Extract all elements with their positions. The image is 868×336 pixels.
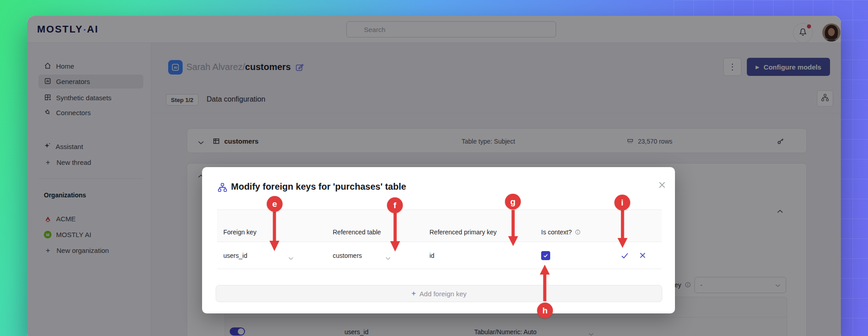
add-foreign-key-label: Add foreign key — [420, 290, 467, 298]
foreign-keys-modal: Modify foreign keys for 'purchases' tabl… — [202, 167, 675, 313]
chevron-down-icon — [386, 254, 391, 261]
delete-row-button[interactable] — [639, 252, 646, 259]
column-header: Referenced table — [326, 210, 423, 242]
confirm-row-button[interactable] — [621, 252, 629, 260]
column-header-label: Is context? — [541, 229, 572, 236]
modal-title: Modify foreign keys for 'purchases' tabl… — [231, 182, 406, 192]
foreign-key-row: users_id customers id — [217, 242, 662, 269]
column-header-actions — [607, 210, 662, 242]
annotation-badge-g: g — [505, 194, 521, 210]
close-icon — [658, 181, 666, 191]
annotation-badge-i: i — [614, 195, 630, 210]
modal-close-button[interactable] — [656, 180, 668, 191]
is-context-cell — [535, 242, 607, 269]
table-header-row: Foreign key Referenced table Referenced … — [217, 210, 662, 242]
annotation-badge-h: h — [537, 303, 553, 318]
plus-icon: + — [411, 289, 416, 298]
row-actions-cell — [607, 242, 662, 269]
foreign-key-value: users_id — [223, 252, 247, 259]
annotation-badge-f: f — [387, 197, 403, 213]
column-header: Referenced primary key — [423, 210, 535, 242]
annotation-badge-e: e — [267, 196, 283, 212]
screen: MOSTLY • AI — [0, 0, 868, 336]
column-header: Foreign key — [217, 210, 326, 242]
add-foreign-key-button[interactable]: + Add foreign key — [216, 285, 662, 302]
foreign-keys-table: Foreign key Referenced table Referenced … — [217, 210, 662, 269]
hierarchy-icon — [217, 182, 227, 194]
column-header-is-context: Is context? — [535, 210, 607, 242]
referenced-primary-key-value: id — [429, 252, 434, 259]
foreign-key-select[interactable]: users_id — [217, 242, 326, 269]
is-context-checkbox[interactable] — [541, 251, 550, 260]
referenced-table-select[interactable]: customers — [326, 242, 423, 269]
chevron-down-icon — [288, 254, 293, 261]
referenced-table-value: customers — [333, 252, 362, 259]
info-icon[interactable] — [575, 229, 581, 235]
referenced-primary-key-cell: id — [423, 242, 535, 269]
